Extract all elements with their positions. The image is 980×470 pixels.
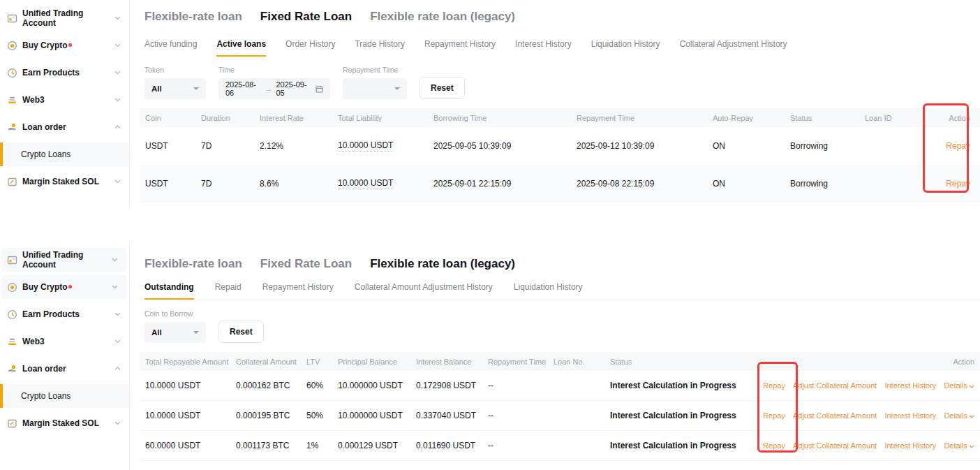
subtab-repayment-history[interactable]: Repayment History [424,39,496,57]
sidebar-item-crypto-loans[interactable]: Crypto Loans [0,142,129,166]
repay-link[interactable]: Repay [946,179,970,189]
tab-fixed-rate-loan[interactable]: Fixed Rate Loan [260,257,352,271]
loan-type-tabs: Flexible-rate loan Fixed Rate Loan Flexi… [144,257,980,271]
tab-fixed-rate-loan[interactable]: Fixed Rate Loan [260,10,352,24]
adjust-collateral-amount-link[interactable]: Adjust Collateral Amount [793,381,877,390]
sidebar-item-buy-crypto[interactable]: Buy Crypto [1,275,126,299]
coin-to-borrow-filter-label: Coin to Borrow [144,309,206,318]
loan-order-icon [7,122,17,133]
cell-collateral: 0.000195 BTC [236,411,306,420]
sidebar: Unified Trading Account Buy Crypto Earn … [0,0,130,210]
interest-history-link[interactable]: Interest History [884,411,936,420]
cell-total-liability: 10.0000 USDT [338,178,393,189]
caret-down-icon [193,331,199,334]
sidebar-item-margin-staked-sol[interactable]: Margin Staked SOL [0,411,129,435]
buy-crypto-icon [7,282,17,293]
repayment-time-select[interactable] [343,78,407,99]
cell-principal: 10.000000 USDT [338,411,416,420]
sidebar-item-crypto-loans[interactable]: Crypto Loans [0,384,129,408]
sidebar-item-label: Margin Staked SOL [22,177,99,186]
col-principal-balance: Principal Balance [338,358,416,366]
chevron-down-icon [112,285,118,289]
sidebar-item-unified-trading-account[interactable]: Unified Trading Account [0,6,129,30]
sidebar-item-label: Web3 [22,95,45,105]
repay-link[interactable]: Repay [763,381,785,390]
sidebar-item-loan-order[interactable]: Loan order [0,357,129,381]
token-select-value: All [151,85,162,93]
sidebar-item-earn-products[interactable]: Earn Products [0,61,129,85]
subtab-trade-history[interactable]: Trade History [355,39,405,57]
tab-flexible-rate-loan-legacy[interactable]: Flexible rate loan (legacy) [370,10,515,24]
cell-coin: USDT [145,179,201,189]
col-repayment-time: Repayment Time [577,114,713,122]
margin-staked-sol-icon [7,418,17,429]
interest-history-link[interactable]: Interest History [884,441,936,450]
reset-button[interactable]: Reset [420,77,465,99]
fixed-rate-loan-content: Flexible-rate loan Fixed Rate Loan Flexi… [130,0,980,210]
details-link[interactable]: Details [944,381,974,390]
cell-total-liability: 10.0000 USDT [338,140,393,152]
sidebar-subitem-label: Crypto Loans [21,391,70,401]
subtab-liquidation-history[interactable]: Liquidation History [514,282,583,300]
sidebar-item-unified-trading-account[interactable]: Unified Trading Account [1,248,126,272]
coin-to-borrow-select[interactable]: All [144,322,206,343]
table-header-row: Total Repayable Amount Collateral Amount… [140,352,980,371]
subtab-repaid[interactable]: Repaid [215,282,242,300]
cell-principal: 0.000129 USDT [338,441,416,450]
loan-order-icon [7,364,17,374]
table-row: 10.0000 USDT 0.000195 BTC 50% 10.000000 … [140,401,980,431]
notification-dot [68,285,72,288]
legacy-loans-table: Total Repayable Amount Collateral Amount… [140,352,980,461]
adjust-collateral-amount-link[interactable]: Adjust Collateral Amount [793,411,877,420]
repay-link[interactable]: Repay [946,141,970,151]
range-arrow: → [265,85,273,93]
subtab-collateral-amount-adjustment-history[interactable]: Collateral Amount Adjustment History [355,282,493,300]
chevron-up-icon [114,125,121,129]
repay-link[interactable]: Repay [763,441,785,450]
adjust-collateral-amount-link[interactable]: Adjust Collateral Amount [793,441,877,450]
sidebar-item-label: Unified Trading Account [22,250,112,270]
col-loan-no: Loan No. [554,358,610,366]
time-range-picker[interactable]: 2025-08-06 → 2025-09-05 [218,78,330,99]
subtab-liquidation-history[interactable]: Liquidation History [591,39,660,57]
time-to-value: 2025-09-05 [276,80,313,97]
repay-link[interactable]: Repay [763,411,785,420]
sidebar-item-web3[interactable]: Web3 [0,330,129,353]
sidebar-item-loan-order[interactable]: Loan order [0,115,129,139]
legacy-subtabs: Outstanding Repaid Repayment History Col… [144,282,980,300]
cell-repayment-time: -- [488,381,554,390]
sidebar-item-earn-products[interactable]: Earn Products [0,302,129,326]
tab-flexible-rate-loan-legacy[interactable]: Flexible rate loan (legacy) [370,257,515,271]
tab-flexible-rate-loan[interactable]: Flexible-rate loan [144,257,242,271]
details-link[interactable]: Details [944,441,974,450]
reset-button[interactable]: Reset [218,321,264,343]
cell-status: Borrowing [790,141,865,151]
subtab-order-history[interactable]: Order History [285,39,335,57]
web3-icon [7,337,17,347]
cell-total-repayable: 10.0000 USDT [145,411,236,420]
table-row: 10.0000 USDT 0.000162 BTC 60% 10.000000 … [140,371,980,401]
interest-history-link[interactable]: Interest History [884,381,936,390]
sidebar-item-label: Web3 [22,337,45,346]
sidebar-item-buy-crypto[interactable]: Buy Crypto [0,34,129,57]
sidebar-item-web3[interactable]: Web3 [0,88,129,112]
cell-repayment-time: 2025-09-12 10:39:09 [577,141,713,151]
subtab-outstanding[interactable]: Outstanding [144,282,194,300]
sidebar-item-margin-staked-sol[interactable]: Margin Staked SOL [0,170,129,193]
table-header-row: Coin Duration Interest Rate Total Liabil… [140,108,980,127]
subtab-collateral-adjustment-history[interactable]: Collateral Adjustment History [679,39,787,57]
cell-interest: 0.172908 USDT [416,381,488,390]
chevron-down-icon [114,98,121,102]
details-link[interactable]: Details [944,411,974,420]
chevron-down-icon [114,179,121,184]
buy-crypto-icon [7,41,17,51]
subtab-repayment-history[interactable]: Repayment History [262,282,334,300]
tab-flexible-rate-loan[interactable]: Flexible-rate loan [144,10,242,24]
subtab-interest-history[interactable]: Interest History [515,39,572,57]
cell-interest: 0.337040 USDT [416,411,488,420]
sidebar-item-label: Unified Trading Account [22,8,114,28]
subtab-active-funding[interactable]: Active funding [144,39,197,57]
subtab-active-loans[interactable]: Active loans [216,39,266,57]
token-select[interactable]: All [144,78,206,99]
time-from-value: 2025-08-06 [225,80,262,97]
